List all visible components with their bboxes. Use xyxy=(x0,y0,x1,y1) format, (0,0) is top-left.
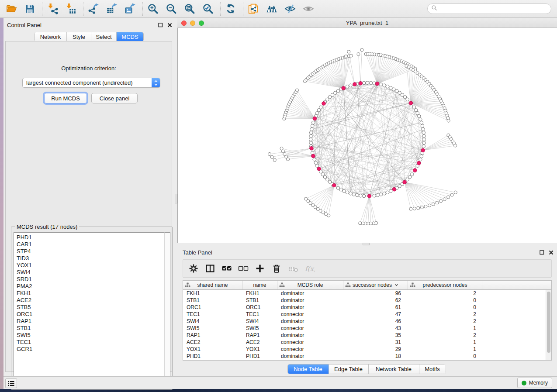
search-input[interactable] xyxy=(439,5,547,12)
tab-node-table[interactable]: Node Table xyxy=(288,364,329,374)
table-row[interactable]: YOX1YOX1connector291 xyxy=(183,346,551,353)
tab-mcds[interactable]: MCDS xyxy=(117,32,143,41)
cell: 96 xyxy=(343,290,408,296)
float-table-panel-icon[interactable] xyxy=(540,250,544,255)
cell: 29 xyxy=(343,346,408,352)
mcds-result-item[interactable]: YOX1 xyxy=(17,262,164,269)
close-table-panel-icon[interactable] xyxy=(549,250,554,255)
table-row[interactable]: ACE2ACE2connector311 xyxy=(183,339,551,346)
mcds-result-item[interactable]: CAR1 xyxy=(17,241,164,248)
column-header-name[interactable]: name xyxy=(242,281,277,289)
select-stepper-icon xyxy=(152,78,160,87)
mcds-result-scrollbar[interactable] xyxy=(164,232,170,387)
export-image-icon[interactable] xyxy=(124,3,136,15)
refresh-layout-icon[interactable] xyxy=(225,3,237,15)
mcds-result-item[interactable]: PMA2 xyxy=(17,283,164,290)
export-network-icon[interactable] xyxy=(87,3,100,15)
zoom-fit-icon[interactable] xyxy=(183,3,196,15)
first-neighbors-icon[interactable] xyxy=(266,3,278,15)
main-toolbar xyxy=(0,0,557,18)
table-row[interactable]: STB1STB1dominator620 xyxy=(183,297,551,304)
cell: 61 xyxy=(343,304,408,310)
mcds-tab-content: Optimization criterion: largest connecte… xyxy=(5,41,172,372)
tab-motifs[interactable]: Motifs xyxy=(419,364,446,374)
table-scrollbar-thumb[interactable] xyxy=(547,292,550,353)
column-header-predecessor-nodes[interactable]: predecessor nodes xyxy=(408,281,482,289)
gear-icon[interactable] xyxy=(187,262,200,275)
close-panel-button[interactable]: Close panel xyxy=(91,93,138,103)
import-table-icon[interactable] xyxy=(65,3,77,15)
optimization-criterion-select[interactable]: largest connected component (undirected) xyxy=(22,78,160,88)
network-canvas[interactable] xyxy=(177,28,557,243)
clone-network-icon[interactable] xyxy=(247,3,259,15)
cell: connector xyxy=(277,339,343,345)
float-control-panel-icon[interactable] xyxy=(158,23,163,28)
mcds-result-item[interactable]: STB5 xyxy=(17,304,164,311)
column-header-shared-name[interactable]: shared name xyxy=(183,281,242,289)
cell: 35 xyxy=(343,332,408,338)
deselect-all-icon[interactable] xyxy=(237,262,249,275)
table-row[interactable]: SWI4SWI4dominator462 xyxy=(183,318,551,325)
mcds-result-item[interactable]: STP4 xyxy=(17,248,164,255)
export-table-icon[interactable] xyxy=(106,3,118,15)
table-row[interactable]: ORC1ORC1dominator610 xyxy=(183,304,551,311)
cell: 18 xyxy=(343,353,408,359)
mcds-result-item[interactable]: FKH1 xyxy=(17,290,164,297)
cell: 2 xyxy=(408,318,482,324)
tab-select[interactable]: Select xyxy=(91,32,117,41)
mcds-result-item[interactable]: STB1 xyxy=(17,325,164,332)
control-panel-tabs: NetworkStyleSelectMCDS xyxy=(34,32,144,42)
mcds-result-item[interactable]: SWI5 xyxy=(17,332,164,339)
mcds-result-item[interactable]: SRD1 xyxy=(17,276,164,283)
select-all-icon[interactable] xyxy=(221,262,233,275)
sort-menu-icon[interactable] xyxy=(394,284,398,286)
column-header-MCDS-role[interactable]: MCDS role xyxy=(277,281,343,289)
mcds-result-item[interactable]: PHD1 xyxy=(17,234,164,241)
zoom-out-icon[interactable] xyxy=(165,3,177,15)
mcds-result-list[interactable]: PHD1CAR1STP4TID3YOX1SWI4SRD1PMA2FKH1ACE2… xyxy=(14,232,164,387)
column-header-successor-nodes[interactable]: successor nodes xyxy=(343,281,408,289)
open-file-icon[interactable] xyxy=(5,3,17,15)
search-box[interactable] xyxy=(427,3,551,14)
mcds-result-item[interactable]: ACE2 xyxy=(17,297,164,304)
cell: 2 xyxy=(408,311,482,317)
mcds-result-item[interactable]: SWI4 xyxy=(17,269,164,276)
network-graph[interactable] xyxy=(178,28,557,242)
hide-selected-icon[interactable] xyxy=(284,3,296,15)
mcds-result-item[interactable]: TEC1 xyxy=(17,339,164,346)
add-column-icon[interactable] xyxy=(254,262,266,275)
mcds-result-item[interactable]: GCR1 xyxy=(17,346,164,353)
mcds-result-item[interactable]: ORC1 xyxy=(17,311,164,318)
table-row[interactable]: TEC1TEC1connector472 xyxy=(183,311,551,318)
network-window-titlebar[interactable]: YPA_prune.txt_1 xyxy=(177,18,557,28)
memory-button[interactable]: Memory xyxy=(517,378,552,388)
cell: 62 xyxy=(343,297,408,303)
status-bar: Memory xyxy=(3,376,557,389)
toolbar-separator xyxy=(243,2,244,16)
cell: dominator xyxy=(277,304,343,310)
table-scrollbar[interactable] xyxy=(546,290,551,360)
table-tabs: Node TableEdge TableNetwork TableMotifs xyxy=(287,364,446,374)
table-row[interactable]: SWI5SWI5connector431 xyxy=(183,325,551,332)
table-row[interactable]: RAP1RAP1dominator352 xyxy=(183,332,551,339)
mcds-result-item[interactable]: TID3 xyxy=(17,255,164,262)
node-table: shared namenameMCDS rolesuccessor nodesp… xyxy=(183,280,552,361)
tab-network-table[interactable]: Network Table xyxy=(369,364,419,374)
table-panel: Table Panel f(x) shared namenameMCDS rol… xyxy=(177,245,557,376)
run-mcds-button[interactable]: Run MCDS xyxy=(44,93,87,103)
import-network-icon[interactable] xyxy=(46,3,59,15)
mcds-result-item[interactable]: RAP1 xyxy=(17,318,164,325)
panel-menu-button[interactable] xyxy=(5,378,17,388)
zoom-in-icon[interactable] xyxy=(147,3,159,15)
close-control-panel-icon[interactable] xyxy=(167,23,172,28)
save-session-icon[interactable] xyxy=(24,3,36,15)
cell: YOX1 xyxy=(183,346,242,352)
table-row[interactable]: FKH1FKH1dominator962 xyxy=(183,290,551,297)
delete-column-icon[interactable] xyxy=(270,262,283,275)
split-panel-icon[interactable] xyxy=(204,262,216,275)
tab-network[interactable]: Network xyxy=(35,32,67,41)
table-row[interactable]: PHD1PHD1dominator180 xyxy=(183,353,551,360)
tab-style[interactable]: Style xyxy=(67,32,91,41)
tab-edge-table[interactable]: Edge Table xyxy=(329,364,369,374)
zoom-selected-icon[interactable] xyxy=(202,3,214,15)
